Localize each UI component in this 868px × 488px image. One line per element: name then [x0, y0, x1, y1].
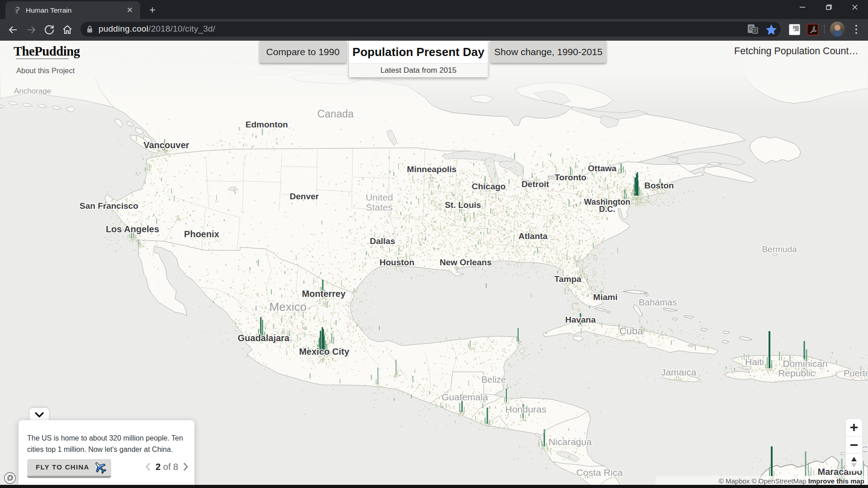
svg-text:Bahamas: Bahamas: [639, 297, 677, 307]
svg-text:Jamaica: Jamaica: [661, 367, 697, 377]
svg-text:Minneapolis: Minneapolis: [407, 164, 457, 174]
svg-text:D.C.: D.C.: [599, 205, 615, 214]
svg-text:Bermuda: Bermuda: [762, 244, 797, 254]
svg-text:文: 文: [753, 28, 757, 33]
svg-text:San Francisco: San Francisco: [80, 201, 138, 211]
svg-text:Ottawa: Ottawa: [588, 164, 617, 173]
svg-text:Denver: Denver: [290, 192, 319, 201]
svg-text:Miami: Miami: [593, 292, 618, 302]
svg-text:Haiti: Haiti: [745, 357, 764, 367]
svg-text:Guatemala: Guatemala: [442, 392, 488, 402]
svg-text:Toronto: Toronto: [555, 173, 586, 182]
svg-text:St. Louis: St. Louis: [445, 200, 481, 210]
svg-text:Guadalajara: Guadalajara: [238, 333, 290, 343]
svg-text:Mexico: Mexico: [269, 300, 307, 314]
svg-text:Los Angeles: Los Angeles: [106, 224, 159, 234]
svg-text:New Orleans: New Orleans: [439, 258, 491, 267]
svg-text:Puerto Rico: Puerto Rico: [844, 368, 868, 378]
svg-text:Chicago: Chicago: [472, 182, 506, 191]
svg-text:Tampa: Tampa: [554, 274, 581, 284]
svg-text:Havana: Havana: [565, 315, 596, 324]
svg-text:Detroit: Detroit: [521, 179, 549, 189]
svg-text:Canada: Canada: [317, 108, 354, 120]
svg-text:Edmonton: Edmonton: [245, 120, 288, 129]
svg-text:Anchorage: Anchorage: [14, 87, 51, 95]
svg-text:Honduras: Honduras: [505, 404, 546, 414]
svg-text:Dominican: Dominican: [783, 358, 827, 369]
svg-text:Monterrey: Monterrey: [302, 289, 346, 299]
svg-text:Atlanta: Atlanta: [519, 231, 548, 241]
svg-text:Belize: Belize: [481, 375, 506, 385]
svg-text:United: United: [366, 192, 393, 202]
svg-text:Republic: Republic: [778, 368, 815, 378]
svg-text:Cuba: Cuba: [619, 325, 643, 337]
svg-text:Dallas: Dallas: [370, 236, 395, 246]
svg-text:Phoenix: Phoenix: [184, 229, 219, 239]
svg-text:Costa Rica: Costa Rica: [576, 467, 623, 478]
svg-text:States: States: [366, 202, 393, 212]
svg-text:Houston: Houston: [379, 258, 414, 267]
svg-text:Mexico City: Mexico City: [299, 347, 349, 357]
svg-text:Boston: Boston: [644, 181, 674, 190]
svg-text:Vancouver: Vancouver: [143, 140, 189, 150]
svg-text:Nicaragua: Nicaragua: [548, 436, 592, 447]
